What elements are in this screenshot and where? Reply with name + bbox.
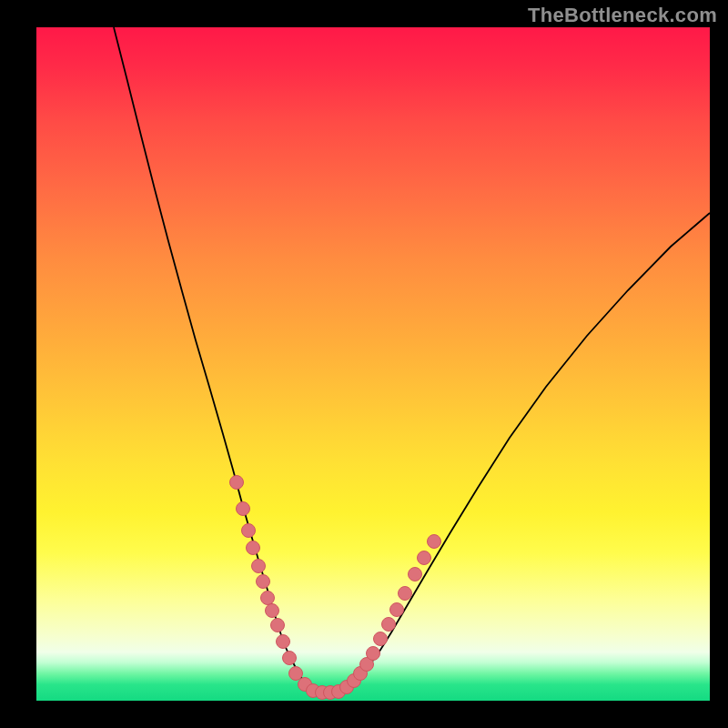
chart-frame: TheBottleneck.com [0, 0, 728, 728]
data-point-marker [266, 604, 279, 618]
plot-area [36, 27, 710, 701]
data-point-marker [261, 592, 275, 605]
data-point-marker [257, 575, 270, 589]
data-point-marker [271, 619, 285, 632]
data-point-group [230, 476, 441, 700]
data-point-marker [283, 652, 297, 665]
data-point-marker [418, 551, 431, 565]
data-point-marker [277, 635, 290, 649]
data-point-marker [367, 647, 380, 661]
data-point-marker [390, 603, 404, 617]
data-point-marker [252, 560, 266, 573]
chart-svg [36, 27, 710, 701]
data-point-marker [382, 618, 396, 632]
data-point-marker [399, 587, 412, 601]
data-point-marker [247, 541, 260, 555]
data-point-marker [237, 502, 250, 516]
data-point-marker [230, 476, 244, 490]
watermark-text: TheBottleneck.com [528, 4, 717, 27]
data-point-marker [289, 667, 303, 681]
data-point-marker [428, 535, 441, 549]
data-point-marker [374, 632, 388, 646]
data-point-marker [409, 568, 422, 581]
data-point-marker [242, 524, 256, 538]
